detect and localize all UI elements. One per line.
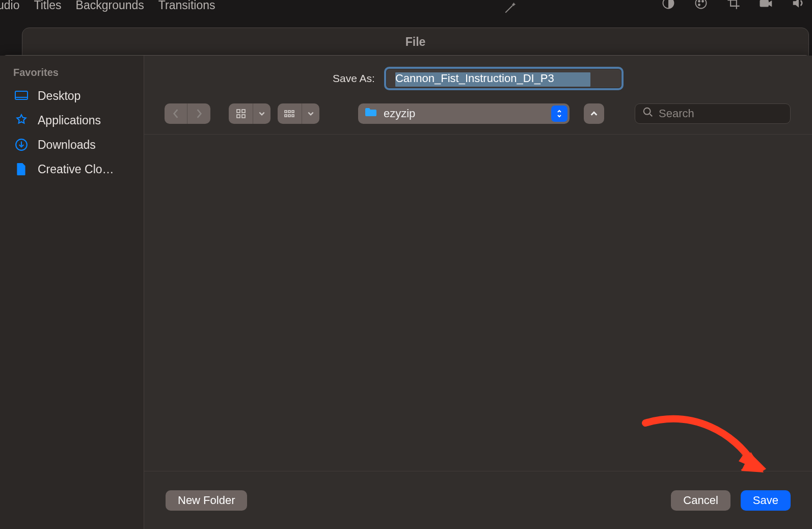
- forward-button[interactable]: [187, 103, 210, 124]
- svg-line-20: [650, 114, 653, 117]
- folder-name: ezyzip: [384, 107, 415, 120]
- palette-icon[interactable]: [693, 0, 709, 11]
- contrast-icon[interactable]: [660, 0, 676, 11]
- save-button[interactable]: Save: [741, 490, 791, 511]
- view-group[interactable]: [278, 103, 319, 124]
- svg-point-4: [698, 4, 700, 6]
- desktop-icon: [14, 89, 29, 103]
- file-icon: [14, 162, 29, 176]
- dialog-footer: New Folder Cancel Save: [144, 471, 812, 529]
- view-mode-grid[interactable]: [229, 103, 270, 124]
- host-app-toolbar: [660, 0, 807, 11]
- menu-item[interactable]: Titles: [34, 0, 61, 11]
- save-as-value: Cannon_Fist_Instruction_DI_P3: [393, 72, 554, 85]
- search-placeholder: Search: [659, 107, 694, 120]
- host-app-menubar: udio Titles Backgrounds Transitions: [0, 0, 492, 11]
- svg-rect-14: [285, 115, 287, 117]
- sidebar-item-label: Applications: [38, 114, 101, 127]
- window-title: File: [22, 28, 808, 56]
- svg-rect-6: [15, 91, 28, 99]
- nav-back-forward: [165, 103, 210, 124]
- wand-icon[interactable]: [502, 0, 518, 16]
- svg-rect-9: [237, 110, 240, 113]
- svg-rect-10: [242, 110, 245, 113]
- back-button[interactable]: [165, 103, 187, 124]
- applications-icon: [14, 113, 29, 127]
- svg-point-3: [702, 1, 703, 2]
- search-field[interactable]: Search: [635, 103, 791, 124]
- chevron-down-icon: [253, 103, 270, 124]
- svg-rect-5: [760, 0, 769, 7]
- updown-chevron-icon: [551, 105, 567, 122]
- svg-rect-11: [237, 115, 240, 118]
- svg-rect-13: [285, 111, 287, 113]
- save-as-field[interactable]: Cannon_Fist_Instruction_DI_P3: [384, 67, 624, 90]
- folder-icon: [364, 107, 377, 121]
- toolbar: ezyzip Search: [144, 99, 812, 134]
- volume-icon[interactable]: [791, 0, 807, 11]
- svg-point-19: [644, 108, 651, 115]
- collapse-button[interactable]: [584, 103, 604, 124]
- save-dialog: Favorites Desktop Applications Downloads: [0, 55, 812, 529]
- menu-item[interactable]: Transitions: [158, 0, 215, 11]
- svg-rect-16: [288, 115, 290, 117]
- camera-icon[interactable]: [758, 0, 774, 11]
- group-icon: [278, 103, 302, 124]
- sidebar-item-applications[interactable]: Applications: [0, 108, 144, 133]
- sidebar-item-label: Downloads: [38, 138, 96, 152]
- sidebar-item-desktop[interactable]: Desktop: [0, 84, 144, 108]
- sidebar: Favorites Desktop Applications Downloads: [0, 56, 144, 529]
- svg-rect-15: [288, 111, 290, 113]
- folder-dropdown[interactable]: ezyzip: [358, 103, 570, 124]
- downloads-icon: [14, 138, 29, 152]
- new-folder-button[interactable]: New Folder: [166, 490, 247, 511]
- svg-rect-12: [242, 115, 245, 118]
- save-as-label: Save As:: [333, 72, 375, 85]
- menu-item[interactable]: udio: [0, 0, 19, 11]
- grid-icon: [229, 103, 253, 124]
- svg-rect-18: [292, 115, 294, 117]
- search-icon: [642, 107, 654, 121]
- sidebar-item-label: Creative Clo…: [38, 163, 114, 176]
- menu-item[interactable]: Backgrounds: [76, 0, 144, 11]
- sidebar-item-creative-cloud[interactable]: Creative Clo…: [0, 157, 144, 181]
- chevron-down-icon: [302, 103, 319, 124]
- sidebar-item-label: Desktop: [38, 89, 80, 103]
- sidebar-heading: Favorites: [0, 67, 144, 84]
- svg-rect-17: [292, 111, 294, 113]
- file-browser-area[interactable]: [144, 134, 812, 471]
- sidebar-item-downloads[interactable]: Downloads: [0, 133, 144, 157]
- cancel-button[interactable]: Cancel: [671, 490, 730, 511]
- crop-icon[interactable]: [725, 0, 742, 11]
- svg-point-2: [698, 1, 700, 2]
- svg-point-1: [696, 0, 707, 9]
